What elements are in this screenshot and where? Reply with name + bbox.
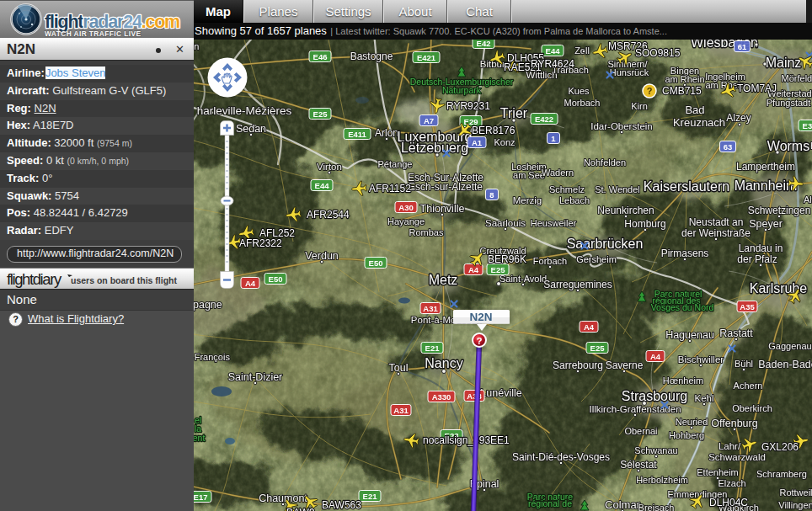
svg-text:Landau in: Landau in — [739, 242, 783, 254]
svg-text:E422: E422 — [535, 114, 553, 124]
svg-text:E21: E21 — [363, 492, 378, 501]
svg-text:Kirn: Kirn — [631, 101, 648, 111]
svg-text:Forbach: Forbach — [533, 256, 567, 266]
svg-text:A31: A31 — [393, 406, 409, 415]
svg-text:SOO9815: SOO9815 — [635, 47, 681, 59]
svg-text:E44: E44 — [315, 181, 330, 190]
svg-text:E17: E17 — [194, 492, 207, 502]
svg-text:Bischwiller: Bischwiller — [678, 354, 724, 365]
svg-text:Baden-Bade: Baden-Bade — [758, 359, 812, 370]
svg-text:Nancy: Nancy — [425, 356, 462, 370]
svg-text:Heusweiler: Heusweiler — [531, 218, 577, 228]
svg-text:Breisach: Breisach — [638, 503, 675, 511]
svg-text:A4: A4 — [245, 279, 256, 288]
svg-text:Villingen: Villingen — [778, 500, 812, 510]
svg-text:N2N: N2N — [469, 311, 492, 323]
svg-text:AFR2322: AFR2322 — [239, 237, 282, 249]
svg-text:GXL206: GXL206 — [761, 441, 799, 453]
svg-text:der Pfalz: der Pfalz — [737, 253, 777, 265]
svg-text:BER8176: BER8176 — [472, 125, 516, 136]
svg-text:Oberkirch: Oberkirch — [732, 403, 772, 413]
svg-text:Kues: Kues — [568, 86, 590, 96]
svg-text:RYR4624: RYR4624 — [531, 58, 574, 70]
svg-text:Ettenheim: Ettenheim — [697, 467, 739, 477]
svg-text:Obernai: Obernai — [624, 426, 657, 436]
svg-text:flightdiary: flightdiary — [7, 270, 62, 288]
svg-text:Lëtzebuerg: Lëtzebuerg — [401, 141, 468, 155]
svg-text:Schwarzwald: Schwarzwald — [708, 452, 766, 462]
svg-text:Strasbourg: Strasbourg — [622, 389, 687, 403]
svg-text:A4: A4 — [584, 322, 595, 332]
svg-text:Gaggenau: Gaggenau — [768, 341, 811, 351]
svg-text:WATCH AIR TRAFFIC LIVE: WATCH AIR TRAFFIC LIVE — [45, 29, 141, 38]
svg-text:E21: E21 — [425, 343, 441, 353]
svg-text:Neuried: Neuried — [676, 417, 708, 427]
svg-text:Rottweil: Rottweil — [779, 487, 812, 498]
svg-text:Worms: Worms — [767, 139, 809, 153]
svg-text:Kaiserslautern: Kaiserslautern — [644, 179, 729, 194]
svg-text:A4: A4 — [468, 265, 479, 274]
svg-text:TOM7AJ: TOM7AJ — [737, 83, 777, 94]
svg-text:A4: A4 — [650, 352, 661, 361]
svg-text:E44: E44 — [546, 46, 561, 56]
svg-text:Pfungstadt: Pfungstadt — [767, 98, 811, 108]
svg-text:Idar-Oberstein: Idar-Oberstein — [590, 121, 653, 131]
svg-text:Schramberg: Schramberg — [756, 469, 807, 479]
svg-text:AFR2544: AFR2544 — [307, 209, 350, 221]
svg-text:Virton: Virton — [317, 162, 342, 172]
svg-text:Lampertheim: Lampertheim — [736, 161, 795, 173]
svg-text:régional de: régional de — [528, 498, 572, 508]
svg-text:pagne: pagne — [194, 299, 222, 311]
svg-text:Lunéville: Lunéville — [480, 387, 521, 399]
svg-text:A31: A31 — [423, 304, 438, 313]
svg-text:Metz: Metz — [429, 273, 458, 287]
svg-text:A30: A30 — [398, 203, 413, 212]
svg-text:?: ? — [476, 336, 482, 346]
svg-text:E50: E50 — [369, 258, 383, 268]
svg-text:1: 1 — [551, 134, 556, 143]
svg-text:E42: E42 — [477, 40, 491, 48]
svg-text:Esch-sur-Alzette: Esch-sur-Alzette — [409, 181, 483, 193]
svg-text:Wadern: Wadern — [542, 168, 574, 178]
svg-text:Hohberg: Hohberg — [669, 430, 704, 440]
svg-text:Bühl: Bühl — [735, 359, 753, 369]
svg-text:Bad: Bad — [685, 104, 704, 116]
svg-text:harleville-Mézières: harleville-Mézières — [197, 104, 292, 117]
svg-text:E421: E421 — [417, 53, 436, 62]
svg-text:ent: ent — [194, 433, 205, 443]
svg-text:Neustadt an: Neustadt an — [689, 216, 744, 228]
svg-text:Gersheim: Gersheim — [576, 254, 617, 264]
svg-text:Hayange: Hayange — [387, 216, 425, 226]
svg-text:St. Wendel: St. Wendel — [595, 184, 640, 194]
svg-text:61: 61 — [738, 42, 747, 51]
svg-text:Konz: Konz — [494, 137, 515, 147]
svg-text:Kehl: Kehl — [694, 393, 713, 403]
svg-text:A35: A35 — [740, 302, 755, 311]
svg-text:Schmelz: Schmelz — [549, 184, 585, 194]
svg-text:Elzach: Elzach — [718, 478, 745, 488]
svg-text:E25: E25 — [491, 265, 506, 274]
svg-text:E25: E25 — [313, 109, 329, 119]
svg-text:?: ? — [647, 86, 653, 96]
svg-text:63: 63 — [724, 142, 733, 152]
svg-text:RYR9231: RYR9231 — [446, 100, 490, 112]
svg-text:Altrip: Altrip — [804, 194, 812, 205]
svg-text:E31: E31 — [803, 121, 812, 130]
svg-text:E25: E25 — [590, 343, 606, 353]
svg-text:AFR1152: AFR1152 — [369, 183, 411, 194]
svg-text:Hunsrück: Hunsrück — [610, 67, 649, 77]
svg-text:Morbach: Morbach — [564, 98, 601, 108]
svg-text:Karlsruhe: Karlsruhe — [750, 281, 808, 295]
svg-text:Alzey: Alzey — [726, 112, 751, 124]
svg-text:Pétange: Pétange — [378, 159, 413, 169]
svg-text:Illkirch-Graffenstaden: Illkirch-Graffenstaden — [589, 404, 681, 414]
svg-text:Naturpark: Naturpark — [442, 85, 482, 95]
svg-text:E50: E50 — [269, 274, 283, 284]
svg-text:nocallsign_393EE1: nocallsign_393EE1 — [423, 434, 510, 446]
svg-text:am Rhein: am Rhein — [665, 74, 704, 84]
svg-text:in: in — [194, 41, 199, 51]
svg-text:A7: A7 — [424, 116, 434, 125]
svg-text:Saarbrücken: Saarbrücken — [567, 237, 644, 251]
svg-text:-François: -François — [194, 352, 230, 362]
svg-text:Kreuznach: Kreuznach — [673, 116, 725, 129]
